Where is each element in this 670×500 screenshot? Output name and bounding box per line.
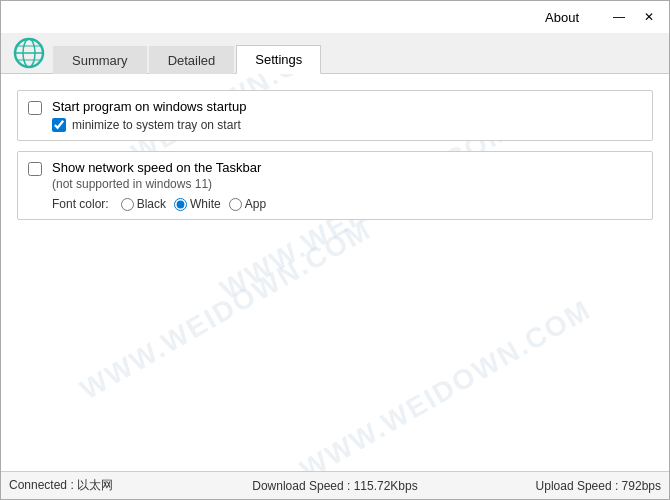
taskbar-section: Show network speed on the Taskbar (not s…: [17, 151, 653, 220]
font-color-label: Font color:: [52, 197, 109, 211]
radio-app-input[interactable]: [229, 198, 242, 211]
minimize-tray-option: minimize to system tray on start: [52, 118, 246, 132]
taskbar-row: Show network speed on the Taskbar (not s…: [28, 160, 642, 211]
minimize-tray-checkbox[interactable]: [52, 118, 66, 132]
tab-detailed[interactable]: Detailed: [149, 46, 235, 74]
taskbar-labels: Show network speed on the Taskbar (not s…: [52, 160, 266, 211]
startup-checkbox[interactable]: [28, 101, 42, 115]
download-speed-status: Download Speed : 115.72Kbps: [226, 479, 443, 493]
upload-speed-status: Upload Speed : 792bps: [444, 479, 661, 493]
radio-white-input[interactable]: [174, 198, 187, 211]
startup-row: Start program on windows startup minimiz…: [28, 99, 642, 132]
startup-label: Start program on windows startup: [52, 99, 246, 114]
taskbar-main-label: Show network speed on the Taskbar: [52, 160, 266, 175]
minimize-tray-label: minimize to system tray on start: [72, 118, 241, 132]
title-bar: About — ✕: [1, 1, 669, 33]
connected-status: Connected : 以太网: [9, 477, 226, 494]
radio-app: App: [229, 197, 266, 211]
startup-section: Start program on windows startup minimiz…: [17, 90, 653, 141]
app-logo: [5, 33, 53, 73]
status-bar: Connected : 以太网 Download Speed : 115.72K…: [1, 471, 669, 499]
title-bar-text: About: [545, 10, 579, 25]
settings-content: WWW.WEIDOWN.COM WWW.WEIDOWN.COM WWW.WEID…: [1, 74, 669, 471]
tab-summary[interactable]: Summary: [53, 46, 147, 74]
radio-white-label: White: [190, 197, 221, 211]
close-button[interactable]: ✕: [635, 7, 663, 27]
radio-white: White: [174, 197, 221, 211]
font-color-row: Font color: Black White App: [52, 197, 266, 211]
tab-bar: Summary Detailed Settings: [1, 33, 669, 74]
taskbar-sub-label: (not supported in windows 11): [52, 177, 266, 191]
tab-settings[interactable]: Settings: [236, 45, 321, 74]
startup-labels: Start program on windows startup minimiz…: [52, 99, 246, 132]
minimize-button[interactable]: —: [605, 7, 633, 27]
logo-icon: [13, 37, 45, 69]
taskbar-checkbox-col: [28, 160, 42, 179]
radio-black-input[interactable]: [121, 198, 134, 211]
radio-black: Black: [121, 197, 166, 211]
radio-black-label: Black: [137, 197, 166, 211]
title-bar-controls: — ✕: [605, 7, 663, 27]
radio-app-label: App: [245, 197, 266, 211]
main-window: About — ✕ Summary Detailed Settings: [0, 0, 670, 500]
startup-checkbox-col: [28, 99, 42, 118]
taskbar-checkbox[interactable]: [28, 162, 42, 176]
